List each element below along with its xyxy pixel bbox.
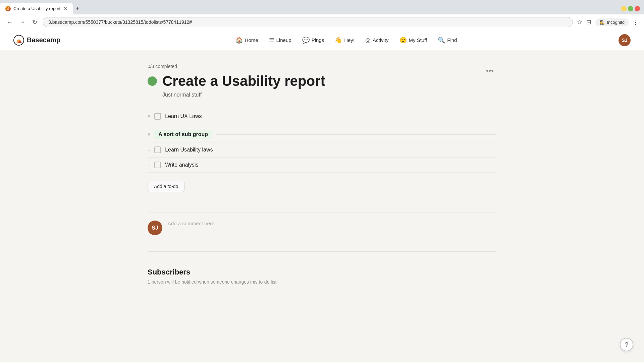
nav-lineup-label: Lineup bbox=[276, 37, 291, 43]
table-row: ≡ Learn UX Laws bbox=[148, 109, 496, 124]
tab-title: Create a Usability report bbox=[13, 6, 60, 11]
subgroup-header: ≡ A sort of sub group bbox=[148, 127, 496, 142]
close-window-button[interactable] bbox=[635, 6, 640, 11]
nav-my-stuff-label: My Stuff bbox=[409, 37, 427, 43]
todo-list: ≡ Learn UX Laws ≡ A sort of sub group ≡ … bbox=[148, 109, 496, 192]
app-nav: ⛺ Basecamp 🏠 Home ☰ Lineup 💬 Pings 👋 Hey… bbox=[0, 30, 644, 50]
forward-button[interactable]: → bbox=[18, 17, 27, 27]
activity-icon: ◎ bbox=[365, 37, 371, 44]
lineup-icon: ☰ bbox=[269, 37, 274, 44]
help-button[interactable]: ? bbox=[620, 338, 633, 351]
logo-text: Basecamp bbox=[27, 36, 60, 44]
todo-item-text-1: Learn UX Laws bbox=[165, 113, 202, 119]
todo-item-text-2: Learn Usability laws bbox=[165, 147, 213, 153]
incognito-badge: 🕵 Incognito bbox=[595, 18, 629, 26]
todo-progress: 0/3 completed bbox=[148, 64, 325, 69]
subgroup-line bbox=[216, 134, 496, 135]
minimize-button[interactable] bbox=[621, 6, 627, 11]
commenter-avatar: SJ bbox=[148, 221, 162, 235]
table-row: ≡ Learn Usability laws bbox=[148, 142, 496, 158]
subgroup-drag-handle-icon[interactable]: ≡ bbox=[148, 132, 150, 137]
window-controls bbox=[621, 6, 644, 11]
section-divider bbox=[148, 251, 496, 252]
subscribers-section: Subscribers 1 person will be notified wh… bbox=[148, 268, 496, 285]
nav-home[interactable]: 🏠 Home bbox=[231, 34, 263, 47]
active-tab[interactable]: 🏕 Create a Usability report ✕ bbox=[0, 3, 73, 14]
pings-icon: 💬 bbox=[302, 37, 310, 44]
nav-hey-label: Hey! bbox=[344, 37, 355, 43]
drag-handle-icon[interactable]: ≡ bbox=[148, 147, 150, 153]
todo-checkbox-3[interactable] bbox=[154, 162, 161, 168]
todo-header: 0/3 completed Create a Usability report … bbox=[148, 64, 496, 98]
my-stuff-icon: 🙂 bbox=[399, 37, 407, 44]
subgroup-items: ≡ Learn Usability laws ≡ Write analysis bbox=[148, 142, 496, 173]
new-tab-button[interactable]: + bbox=[73, 3, 82, 14]
bookmark-icon[interactable]: ☆ bbox=[577, 18, 582, 26]
drag-handle-icon[interactable]: ≡ bbox=[148, 162, 150, 168]
subscribers-title: Subscribers bbox=[148, 268, 496, 277]
main-content: 0/3 completed Create a Usability report … bbox=[121, 50, 523, 298]
todo-checkbox-1[interactable] bbox=[154, 113, 161, 120]
tab-favicon: 🏕 bbox=[5, 6, 11, 11]
toolbar-icons: ☆ ⊟ 🕵 Incognito ⋮ bbox=[577, 18, 639, 26]
comment-input[interactable]: Add a comment here... bbox=[168, 221, 496, 226]
options-button[interactable]: ••• bbox=[483, 64, 496, 78]
nav-find[interactable]: 🔍 Find bbox=[433, 34, 462, 47]
nav-pings[interactable]: 💬 Pings bbox=[298, 34, 329, 47]
todo-item-text-3: Write analysis bbox=[165, 162, 198, 168]
drag-handle-icon[interactable]: ≡ bbox=[148, 114, 150, 119]
nav-my-stuff[interactable]: 🙂 My Stuff bbox=[395, 34, 432, 47]
todo-status-dot bbox=[148, 76, 157, 86]
hey-icon: 👋 bbox=[335, 37, 342, 44]
nav-home-label: Home bbox=[245, 37, 258, 43]
todo-title: Create a Usability report bbox=[162, 73, 325, 89]
home-icon: 🏠 bbox=[235, 37, 243, 44]
nav-lineup[interactable]: ☰ Lineup bbox=[264, 34, 296, 47]
browser-toolbar: ← → ↻ ☆ ⊟ 🕵 Incognito ⋮ bbox=[0, 14, 644, 30]
nav-activity[interactable]: ◎ Activity bbox=[361, 34, 393, 47]
add-todo-button[interactable]: Add a to-do bbox=[148, 181, 184, 192]
subgroup-label: A sort of sub group bbox=[154, 130, 212, 139]
user-avatar[interactable]: SJ bbox=[619, 34, 631, 46]
todo-title-row: Create a Usability report bbox=[148, 73, 325, 89]
reader-icon[interactable]: ⊟ bbox=[586, 18, 591, 26]
tab-bar: 🏕 Create a Usability report ✕ + bbox=[0, 0, 644, 14]
app: ⛺ Basecamp 🏠 Home ☰ Lineup 💬 Pings 👋 Hey… bbox=[0, 30, 644, 362]
todo-description: Just normal stuff bbox=[162, 92, 325, 98]
subscribers-description: 1 person will be notified when someone c… bbox=[148, 279, 496, 285]
back-button[interactable]: ← bbox=[5, 17, 14, 27]
nav-find-label: Find bbox=[447, 37, 457, 43]
refresh-button[interactable]: ↻ bbox=[31, 17, 39, 27]
close-tab-button[interactable]: ✕ bbox=[63, 5, 67, 12]
maximize-button[interactable] bbox=[628, 6, 633, 11]
nav-links: 🏠 Home ☰ Lineup 💬 Pings 👋 Hey! ◎ Activit… bbox=[74, 34, 619, 47]
browser-menu-button[interactable]: ⋮ bbox=[633, 18, 639, 26]
table-row: ≡ Write analysis bbox=[148, 158, 496, 173]
todo-subgroup: ≡ A sort of sub group ≡ Learn Usability … bbox=[148, 127, 496, 173]
incognito-icon: 🕵 bbox=[599, 20, 605, 25]
incognito-label: Incognito bbox=[607, 20, 625, 25]
address-bar[interactable] bbox=[43, 17, 573, 27]
nav-pings-label: Pings bbox=[312, 37, 324, 43]
nav-activity-label: Activity bbox=[373, 37, 389, 43]
logo[interactable]: ⛺ Basecamp bbox=[13, 35, 60, 46]
logo-icon: ⛺ bbox=[13, 35, 24, 46]
browser-chrome: 🏕 Create a Usability report ✕ + ← → ↻ ☆ … bbox=[0, 0, 644, 30]
find-icon: 🔍 bbox=[438, 37, 445, 44]
nav-hey[interactable]: 👋 Hey! bbox=[330, 34, 359, 47]
todo-checkbox-2[interactable] bbox=[154, 146, 161, 153]
comment-section: SJ Add a comment here... bbox=[148, 212, 496, 235]
